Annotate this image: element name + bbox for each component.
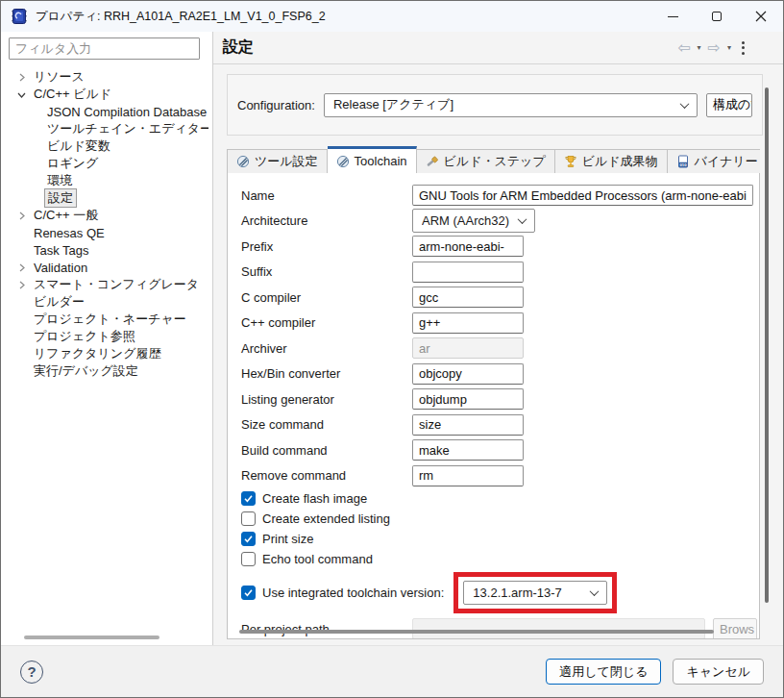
back-history-caret-icon[interactable]: ▾	[698, 44, 701, 52]
tree-item-label: リファクタリング履歴	[31, 345, 163, 362]
tree-item-label: ビルド変数	[44, 137, 113, 155]
tools-icon	[336, 155, 350, 168]
close-button[interactable]	[739, 1, 783, 32]
apply-and-close-button[interactable]: 適用して閉じる	[546, 659, 661, 685]
tree-item[interactable]: C/C++ ビルド	[1, 86, 208, 103]
chevron-down-icon	[590, 586, 600, 596]
chevron-expanded-icon[interactable]	[15, 88, 28, 101]
tab--[interactable]: 010バイナリー・パーサー	[668, 149, 760, 174]
toolchain-version-value: 13.2.1.arm-13-7	[473, 586, 591, 600]
chevron-down-icon	[518, 214, 527, 224]
tree-item[interactable]: JSON Compilation Database Ge	[1, 103, 208, 120]
name-field[interactable]	[412, 185, 753, 206]
tree-item[interactable]: 実行/デバッグ設定	[1, 362, 208, 380]
tree-item[interactable]: Validation	[1, 259, 208, 276]
tree-item[interactable]: リソース	[1, 68, 208, 86]
tree-item-label: プロジェクト参照	[31, 328, 138, 345]
suffix-field[interactable]	[412, 262, 524, 283]
form-row: Hex/Bin converter	[241, 361, 759, 387]
sidebar-horizontal-scrollbar[interactable]	[1, 633, 201, 642]
minimize-icon	[668, 16, 678, 17]
tree-item[interactable]: Task Tags	[1, 241, 208, 259]
sidebar: リソースC/C++ ビルドJSON Compilation Database G…	[1, 32, 213, 645]
form-row: C++ compiler	[241, 311, 759, 337]
tree-item-label: 設定	[44, 188, 77, 208]
remove-command-field[interactable]	[412, 465, 524, 486]
field-label: Size command	[241, 417, 412, 432]
settings-tree: リソースC/C++ ビルドJSON Compilation Database G…	[1, 68, 208, 626]
echo-tool-command-checkbox[interactable]	[241, 552, 256, 566]
form-row: Suffix	[241, 260, 759, 286]
help-icon: ?	[27, 663, 36, 680]
chevron-collapsed-icon[interactable]	[15, 262, 28, 274]
tab--[interactable]: ツール設定	[227, 149, 328, 174]
build-command-field[interactable]	[412, 439, 524, 461]
back-arrow-icon[interactable]: ⇦	[677, 40, 690, 56]
minimize-button[interactable]	[650, 1, 695, 32]
chevron-collapsed-icon[interactable]	[15, 210, 28, 222]
configuration-value: Release [アクティブ]	[333, 96, 681, 113]
tree-item[interactable]: プロジェクト参照	[1, 328, 208, 345]
tree-item[interactable]: プロジェクト・ネーチャー	[1, 311, 208, 328]
tab-label: バイナリー・パーサー	[695, 153, 760, 170]
use-integrated-toolchain-checkbox[interactable]	[241, 586, 256, 600]
hex-bin-converter-field[interactable]	[412, 363, 524, 385]
content-horizontal-scrollbar[interactable]	[237, 628, 715, 636]
tools-icon	[236, 155, 250, 168]
content-scrollbar-thumb[interactable]	[239, 630, 714, 634]
checkbox-row: Create extended listing	[241, 509, 759, 529]
tree-item[interactable]: C/C++ 一般	[1, 207, 208, 224]
c-compiler-field[interactable]	[412, 287, 524, 308]
checkbox-label: Create flash image	[262, 491, 367, 506]
binary-file-icon: 010	[676, 155, 690, 168]
form-row: Build command	[241, 437, 759, 463]
chevron-collapsed-icon[interactable]	[15, 279, 28, 291]
form-row: Size command	[241, 412, 759, 438]
tab-label: ツール設定	[255, 153, 318, 170]
size-command-field[interactable]	[412, 414, 524, 436]
chevron-collapsed-icon[interactable]	[15, 71, 28, 84]
content-vertical-scrollbar[interactable]	[762, 86, 771, 634]
configuration-group: Configuration: Release [アクティブ] 構成の管	[227, 74, 763, 136]
configuration-select[interactable]: Release [アクティブ]	[324, 93, 698, 117]
tree-item[interactable]: スマート・コンフィグレータ	[1, 276, 208, 293]
tree-item[interactable]: ビルド変数	[1, 137, 208, 155]
tree-item[interactable]: ツールチェイン・エディター	[1, 120, 208, 137]
tree-item[interactable]: リファクタリング履歴	[1, 345, 208, 362]
browse-button[interactable]: Brows	[713, 618, 757, 640]
forward-history-caret-icon[interactable]: ▾	[727, 44, 731, 52]
c-compiler-field[interactable]	[412, 312, 524, 334]
manage-configurations-button[interactable]: 構成の管	[706, 93, 752, 117]
tree-item-label: C/C++ 一般	[31, 207, 101, 224]
tree-item[interactable]: ロギング	[1, 155, 208, 172]
field-label: Suffix	[241, 264, 412, 279]
tree-item[interactable]: Renesas QE	[1, 224, 208, 241]
filter-input[interactable]	[9, 37, 200, 60]
create-extended-listing-checkbox[interactable]	[241, 511, 256, 526]
form-row: Listing generator	[241, 386, 759, 412]
form-row: Remove command	[241, 463, 759, 489]
maximize-button[interactable]	[695, 1, 739, 32]
print-size-checkbox[interactable]	[241, 532, 256, 546]
sidebar-scrollbar-thumb[interactable]	[24, 636, 159, 639]
create-flash-image-checkbox[interactable]	[241, 491, 256, 506]
cancel-button[interactable]: キャンセル	[673, 659, 764, 685]
window-title: プロパティ: RRH_A101A_RA2E1_LM_V1_0_FSP6_2	[36, 9, 326, 25]
forward-arrow-icon[interactable]: ⇨	[708, 40, 721, 56]
tab--[interactable]: ビルド成果物	[555, 149, 668, 174]
tree-item[interactable]: ビルダー	[1, 293, 208, 311]
main-header: 設定 ⇦ ▾ ⇨ ▾	[213, 32, 783, 64]
tree-item-label: 環境	[44, 172, 75, 189]
svg-text:010: 010	[679, 162, 687, 167]
tree-item[interactable]: 設定	[1, 189, 208, 207]
architecture-select[interactable]: ARM (AArch32)	[412, 209, 535, 233]
toolchain-version-select[interactable]: 13.2.1.arm-13-7	[463, 581, 607, 605]
tree-item[interactable]: 環境	[1, 172, 208, 189]
tab-toolchain[interactable]: Toolchain	[328, 146, 417, 174]
help-button[interactable]: ?	[20, 661, 43, 684]
view-menu-icon[interactable]	[742, 41, 745, 55]
vertical-scrollbar-thumb[interactable]	[765, 87, 769, 603]
tab--[interactable]: ビルド・ステップ	[417, 149, 555, 174]
prefix-field[interactable]	[412, 236, 524, 257]
listing-generator-field[interactable]	[412, 388, 524, 410]
